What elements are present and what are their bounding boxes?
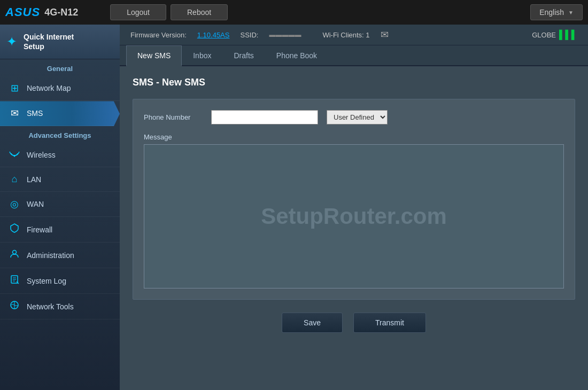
firmware-version-link[interactable]: 1.10.45AS [197,31,230,39]
sidebar-item-label-firewall: Firewall [27,225,52,234]
lan-icon: ⌂ [9,174,20,185]
phone-number-row: Phone Number User Defined [144,110,564,124]
language-label: English [539,8,564,17]
svg-point-1 [13,251,17,254]
phone-number-label: Phone Number [144,113,203,121]
sidebar: ✦ Quick InternetSetup General ⊞ Network … [0,25,120,390]
tab-phone-book[interactable]: Phone Book [265,45,328,66]
wifi-clients-count: 1 [366,31,369,39]
sms-form-panel: Phone Number User Defined Message SetupR… [133,99,575,300]
ssid-prefix: SSID: [240,31,258,39]
info-bar: Firmware Version: 1.10.45AS SSID: ▬▬▬▬▬ … [120,25,588,45]
action-buttons: Save Transmit [133,313,575,333]
top-bar-right: English ▼ [530,4,583,20]
top-bar-buttons: Logout Reboot [110,4,228,20]
sidebar-item-label-lan: LAN [27,175,41,184]
sidebar-item-sms[interactable]: ✉ SMS [0,101,120,126]
recipient-type-select[interactable]: User Defined [327,110,388,124]
firewall-icon [9,223,20,236]
phone-number-input[interactable] [211,110,318,124]
administration-icon [9,249,20,261]
reboot-button[interactable]: Reboot [171,4,228,20]
svg-point-0 [14,155,16,157]
save-button[interactable]: Save [282,313,343,333]
sidebar-item-system-log[interactable]: System Log [0,268,120,294]
sidebar-item-quick-internet[interactable]: ✦ Quick InternetSetup [0,25,120,59]
top-bar: ASUS 4G-N12 Logout Reboot English ▼ [0,0,588,25]
transmit-button[interactable]: Transmit [353,313,426,333]
sidebar-item-lan[interactable]: ⌂ LAN [0,167,120,192]
sidebar-item-administration[interactable]: Administration [0,243,120,268]
sidebar-item-wan[interactable]: ◎ WAN [0,192,120,217]
language-button[interactable]: English ▼ [530,4,583,20]
advanced-settings-section-label: Advanced Settings [0,126,120,143]
sidebar-item-label-network-map: Network Map [27,84,71,92]
sidebar-item-label-network-tools: Network Tools [27,302,74,311]
globe-info: GLOBE ▌▌▌ [532,30,577,40]
sidebar-item-wireless[interactable]: Wireless [0,143,120,167]
message-textarea[interactable] [144,144,564,288]
sms-icon: ✉ [9,107,20,119]
mail-icon[interactable]: ✉ [381,29,389,41]
sidebar-item-label-sms: SMS [27,109,43,118]
system-log-icon [9,275,20,287]
tab-drafts[interactable]: Drafts [222,45,265,66]
sidebar-item-network-tools[interactable]: Network Tools [0,294,120,319]
firmware-prefix: Firmware Version: [130,31,187,39]
sidebar-item-label-wireless: Wireless [27,151,56,159]
message-label: Message [144,133,564,141]
logo: ASUS 4G-N12 [5,5,78,19]
wifi-clients-prefix: Wi-Fi Clients: [322,31,363,39]
network-map-icon: ⊞ [9,82,20,94]
tab-new-sms[interactable]: New SMS [126,45,182,66]
tab-inbox[interactable]: Inbox [182,45,222,66]
message-area-wrapper: SetupRouter.com [144,144,564,288]
globe-name: GLOBE [532,31,556,39]
signal-bars-icon: ▌▌▌ [559,30,577,40]
quick-internet-label: Quick InternetSetup [24,32,74,51]
page-title: SMS - New SMS [133,77,575,88]
sidebar-item-label-wan: WAN [27,200,44,208]
logout-button[interactable]: Logout [110,4,166,20]
wireless-icon [9,149,20,160]
sidebar-item-label-administration: Administration [27,251,74,260]
wan-icon: ◎ [9,198,20,210]
sidebar-item-label-system-log: System Log [27,277,66,285]
sidebar-item-network-map[interactable]: ⊞ Network Map [0,76,120,101]
main-layout: ✦ Quick InternetSetup General ⊞ Network … [0,25,588,390]
ssid-value: ▬▬▬▬▬ [269,31,301,38]
logo-asus: ASUS [5,5,40,19]
page-content: SMS - New SMS Phone Number User Defined … [120,66,588,390]
logo-model: 4G-N12 [44,7,78,18]
sidebar-item-firewall[interactable]: Firewall [0,217,120,243]
quick-internet-icon: ✦ [6,34,17,49]
network-tools-icon [9,300,20,313]
chevron-down-icon: ▼ [568,10,574,15]
wifi-clients-info: Wi-Fi Clients: 1 [322,31,369,39]
tabs-bar: New SMS Inbox Drafts Phone Book [120,45,588,66]
general-section-label: General [0,59,120,76]
content-area: Firmware Version: 1.10.45AS SSID: ▬▬▬▬▬ … [120,25,588,390]
